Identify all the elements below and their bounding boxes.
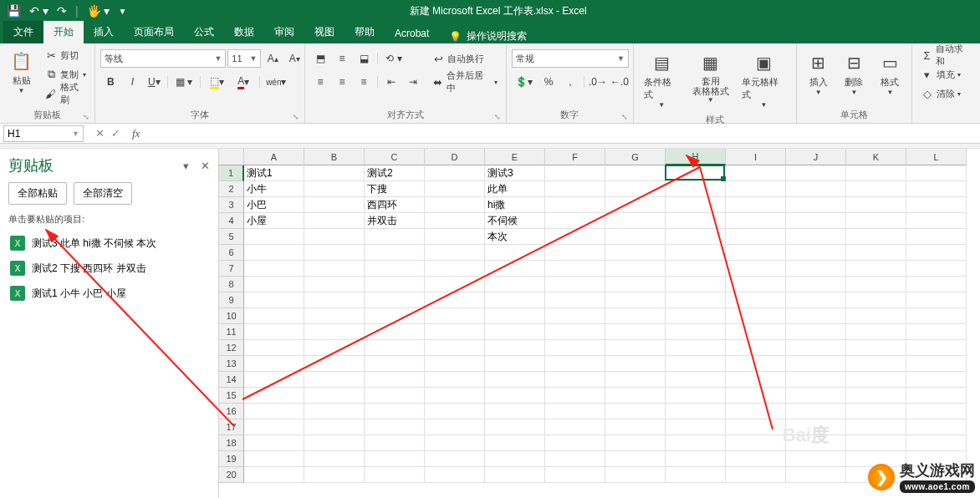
row-header[interactable]: 15 <box>219 388 244 404</box>
cell[interactable] <box>786 388 846 404</box>
cell[interactable] <box>605 245 666 261</box>
cell[interactable] <box>666 308 726 324</box>
column-header[interactable]: H <box>666 149 726 165</box>
cell[interactable] <box>485 388 545 404</box>
cell[interactable] <box>365 245 425 261</box>
cell[interactable] <box>485 435 545 451</box>
cell[interactable] <box>726 245 786 261</box>
italic-button[interactable]: I <box>122 73 142 91</box>
row-header[interactable]: 11 <box>219 324 244 340</box>
merge-center-button[interactable]: ⬌合并后居中▾ <box>428 73 501 91</box>
cell[interactable] <box>666 181 726 197</box>
cell[interactable] <box>244 277 304 292</box>
cell[interactable] <box>304 356 365 372</box>
format-cells-button[interactable]: ▭格式▼ <box>874 48 906 99</box>
cell[interactable] <box>304 181 365 197</box>
cell[interactable] <box>304 324 365 340</box>
cell[interactable] <box>726 388 786 404</box>
cell[interactable] <box>485 451 545 467</box>
align-bottom-icon[interactable]: ⬓ <box>354 49 374 68</box>
cell[interactable] <box>545 181 605 197</box>
cell[interactable] <box>906 181 967 197</box>
conditional-format-button[interactable]: ▤条件格式▼ <box>639 48 685 112</box>
cell[interactable] <box>605 181 666 197</box>
cell[interactable] <box>304 277 365 292</box>
cell[interactable] <box>365 467 425 483</box>
percent-format-icon[interactable]: % <box>538 73 559 91</box>
cell[interactable] <box>425 419 485 435</box>
number-dialog-launcher-icon[interactable]: ⤡ <box>621 113 628 121</box>
cell[interactable] <box>786 324 846 340</box>
increase-font-icon[interactable]: A▴ <box>263 49 283 68</box>
bold-button[interactable]: B <box>100 73 120 91</box>
cell[interactable] <box>244 356 304 372</box>
tab-data[interactable]: 数据 <box>224 21 264 43</box>
row-header[interactable]: 7 <box>219 261 244 277</box>
touch-mode-icon[interactable]: 🖐 ▾ <box>87 4 110 18</box>
cell[interactable] <box>244 245 304 261</box>
cell[interactable] <box>244 292 304 308</box>
redo-icon[interactable]: ↷ <box>57 4 67 18</box>
row-header[interactable]: 14 <box>219 372 244 388</box>
cell[interactable] <box>605 467 666 483</box>
cell[interactable] <box>244 419 304 435</box>
row-header[interactable]: 9 <box>219 292 244 308</box>
tab-insert[interactable]: 插入 <box>84 21 124 43</box>
paste-all-button[interactable]: 全部粘贴 <box>8 182 67 205</box>
cell[interactable]: hi撒 <box>485 197 545 213</box>
cell[interactable] <box>726 419 786 435</box>
cell[interactable] <box>244 229 304 245</box>
cell[interactable] <box>786 467 846 483</box>
paste-dropdown-icon[interactable]: ▼ <box>18 87 25 94</box>
cell[interactable] <box>666 435 726 451</box>
select-all-corner[interactable] <box>219 149 244 165</box>
cell[interactable] <box>726 340 786 356</box>
underline-button[interactable]: U ▾ <box>144 73 164 91</box>
cell[interactable] <box>906 356 967 372</box>
cell[interactable] <box>304 451 365 467</box>
cell[interactable] <box>545 388 605 404</box>
format-painter-button[interactable]: 🖌格式刷 <box>41 84 89 103</box>
column-header[interactable]: I <box>726 149 786 165</box>
cell[interactable] <box>605 340 666 356</box>
cell[interactable] <box>605 213 666 229</box>
row-header[interactable]: 19 <box>219 451 244 467</box>
cell[interactable] <box>365 435 425 451</box>
cell[interactable] <box>666 356 726 372</box>
cell[interactable] <box>304 245 365 261</box>
cell[interactable] <box>425 372 485 388</box>
cell[interactable] <box>786 197 846 213</box>
cell[interactable] <box>425 229 485 245</box>
cell[interactable] <box>425 197 485 213</box>
cell[interactable] <box>304 308 365 324</box>
cell[interactable] <box>846 197 906 213</box>
cell[interactable] <box>726 435 786 451</box>
cell[interactable] <box>545 277 605 292</box>
cell[interactable] <box>906 292 967 308</box>
align-left-icon[interactable]: ≡ <box>310 73 330 91</box>
cell[interactable] <box>244 435 304 451</box>
paste-button[interactable]: 📋 粘贴 ▼ <box>5 46 38 98</box>
cell[interactable]: 本次 <box>485 229 545 245</box>
cell[interactable] <box>786 181 846 197</box>
cell[interactable] <box>304 419 365 435</box>
cell[interactable] <box>846 404 906 419</box>
cell[interactable] <box>365 419 425 435</box>
cell[interactable] <box>545 165 605 181</box>
cell[interactable] <box>365 356 425 372</box>
cell[interactable] <box>726 213 786 229</box>
cell[interactable] <box>605 356 666 372</box>
cell[interactable] <box>846 388 906 404</box>
cell[interactable] <box>485 308 545 324</box>
cell[interactable] <box>666 404 726 419</box>
cell[interactable] <box>605 372 666 388</box>
cell[interactable] <box>605 404 666 419</box>
cell[interactable] <box>425 292 485 308</box>
fill-button[interactable]: ▾填充▾ <box>917 65 975 84</box>
cell[interactable]: 小巴 <box>244 197 304 213</box>
cell[interactable] <box>545 245 605 261</box>
cell[interactable] <box>304 467 365 483</box>
comma-format-icon[interactable]: , <box>560 73 580 91</box>
cell[interactable] <box>786 165 846 181</box>
cell[interactable] <box>846 372 906 388</box>
